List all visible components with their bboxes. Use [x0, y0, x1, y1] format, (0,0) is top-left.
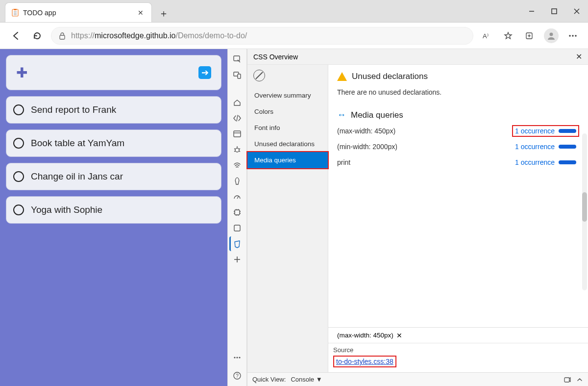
svg-text:A⁾: A⁾	[483, 32, 489, 40]
media-query-text: (max-width: 450px)	[337, 127, 395, 135]
lighthouse-tab-icon[interactable]	[230, 174, 245, 188]
svg-point-44	[239, 357, 240, 358]
sidebar-item-colors[interactable]: Colors	[247, 103, 328, 120]
todo-item[interactable]: Change oil in Jans car	[6, 163, 221, 190]
application-tab-icon[interactable]	[230, 221, 245, 235]
devtools-panel: CSS Overview ✕ Overview summary Colors F…	[247, 49, 588, 386]
svg-point-14	[550, 32, 553, 36]
svg-line-26	[239, 149, 240, 149]
svg-point-16	[572, 35, 574, 37]
tab-close-button[interactable]: ✕	[136, 8, 146, 18]
tab-title-text: TODO app	[23, 9, 56, 17]
source-label: Source	[328, 343, 588, 354]
media-queries-section: ↔ Media queries (max-width: 450px) 1 occ…	[328, 103, 588, 173]
window-controls	[520, 0, 588, 22]
occurrence-link[interactable]: 1 occurrence	[515, 158, 555, 166]
devtools-header: CSS Overview ✕	[247, 49, 588, 65]
svg-point-23	[235, 148, 239, 152]
elements-tab-icon[interactable]	[230, 111, 245, 126]
svg-line-29	[237, 196, 239, 199]
collections-button[interactable]	[522, 28, 537, 43]
new-tab-button[interactable]: ＋	[155, 4, 172, 22]
read-aloud-button[interactable]: A⁾	[479, 28, 494, 43]
browser-tab[interactable]: TODO app ✕	[5, 2, 152, 22]
svg-text:?: ?	[236, 373, 239, 379]
section-heading: Unused declarations	[352, 72, 428, 81]
unused-declarations-text: There are no unused declarations.	[337, 88, 579, 96]
memory-tab-icon[interactable]	[230, 205, 245, 220]
devtools-icon-strip: ?	[227, 49, 247, 386]
devtools-close-button[interactable]: ✕	[576, 52, 582, 61]
css-overview-main: Unused declarations There are no unused …	[328, 65, 588, 372]
svg-rect-1	[14, 9, 17, 10]
quick-view-dropdown[interactable]: Console ▼	[291, 376, 322, 383]
warning-icon	[337, 72, 347, 81]
svg-line-25	[234, 149, 235, 149]
sidebar-item-font-info[interactable]: Font info	[247, 120, 328, 136]
network-tab-icon[interactable]	[230, 158, 245, 173]
sidebar-item-overview-summary[interactable]: Overview summary	[247, 87, 328, 103]
window-minimize-button[interactable]	[520, 0, 543, 22]
svg-rect-20	[238, 74, 241, 78]
submit-todo-button[interactable]: ➔	[198, 66, 211, 79]
todo-item[interactable]: Send report to Frank	[6, 96, 221, 124]
occurrence-link[interactable]: 1 occurrence	[515, 143, 555, 151]
welcome-tab-icon[interactable]	[230, 95, 245, 110]
quick-view-expand-icon[interactable]	[576, 376, 583, 383]
window-close-button[interactable]	[565, 0, 588, 22]
svg-point-42	[234, 357, 235, 358]
media-query-row: (max-width: 450px) 1 occurrence	[337, 127, 579, 135]
device-emulation-icon[interactable]	[230, 68, 245, 82]
devtools-overflow-button[interactable]	[230, 348, 245, 367]
section-heading: Media queries	[351, 110, 403, 120]
svg-rect-18	[234, 56, 240, 61]
sidebar-item-unused-declarations[interactable]: Unused declarations	[247, 136, 328, 152]
media-query-row: print 1 occurrence	[337, 158, 579, 166]
occurrence-link[interactable]: 1 occurrence	[515, 127, 555, 135]
sources-tab-icon[interactable]	[230, 127, 245, 141]
todo-item[interactable]: Yoga with Sophie	[6, 196, 221, 224]
quick-view-label: Quick View:	[252, 376, 286, 383]
window-maximize-button[interactable]	[543, 0, 565, 22]
svg-rect-30	[235, 210, 240, 215]
occurrence-bar-icon	[559, 145, 576, 149]
media-query-row: (min-width: 2000px) 1 occurrence	[337, 143, 579, 151]
todo-new-input-row[interactable]: ✚ ➔	[6, 55, 221, 90]
todo-app-page: ✚ ➔ Send report to Frank Book table at Y…	[0, 49, 227, 386]
todo-radio-icon[interactable]	[13, 171, 24, 182]
svg-rect-0	[12, 9, 18, 16]
media-query-source-panel: (max-width: 450px) ✕ Source to-do-styles…	[328, 327, 588, 372]
help-button[interactable]: ?	[230, 368, 245, 383]
todo-item-text: Book table at YamYam	[31, 138, 124, 149]
todo-item[interactable]: Book table at YamYam	[6, 129, 221, 157]
profile-button[interactable]	[544, 28, 559, 43]
scrollbar-thumb[interactable]	[582, 192, 587, 222]
tab-favicon-todo-icon	[11, 9, 19, 17]
todo-item-text: Yoga with Sophie	[31, 205, 102, 215]
source-panel-tab-close-icon[interactable]: ✕	[396, 332, 402, 339]
todo-item-text: Change oil in Jans car	[31, 171, 123, 182]
address-bar: https://microsoftedge.github.io/Demos/de…	[0, 23, 588, 49]
favorites-button[interactable]	[501, 28, 515, 43]
quick-view-issue-icon[interactable]	[564, 376, 571, 384]
debugger-tab-icon[interactable]	[230, 142, 245, 157]
source-panel-tab[interactable]: (max-width: 450px) ✕	[332, 329, 407, 342]
css-overview-sidebar: Overview summary Colors Font info Unused…	[247, 65, 328, 372]
todo-radio-icon[interactable]	[13, 205, 24, 215]
inspect-element-icon[interactable]	[230, 52, 245, 67]
content-area: ✚ ➔ Send report to Frank Book table at Y…	[0, 49, 588, 386]
css-overview-tab-icon[interactable]	[229, 236, 244, 251]
source-file-link[interactable]: to-do-styles.css:38	[333, 356, 396, 367]
sidebar-item-media-queries[interactable]: Media queries	[246, 151, 329, 169]
more-button[interactable]	[565, 28, 580, 43]
lock-icon	[58, 32, 66, 40]
back-button[interactable]	[8, 28, 24, 44]
more-tabs-button[interactable]	[230, 252, 245, 267]
recapture-button[interactable]	[253, 70, 265, 81]
todo-radio-icon[interactable]	[13, 138, 24, 149]
svg-rect-6	[552, 9, 557, 14]
performance-tab-icon[interactable]	[230, 189, 245, 204]
url-input[interactable]: https://microsoftedge.github.io/Demos/de…	[51, 27, 473, 45]
refresh-button[interactable]	[29, 28, 45, 44]
todo-radio-icon[interactable]	[13, 104, 24, 115]
